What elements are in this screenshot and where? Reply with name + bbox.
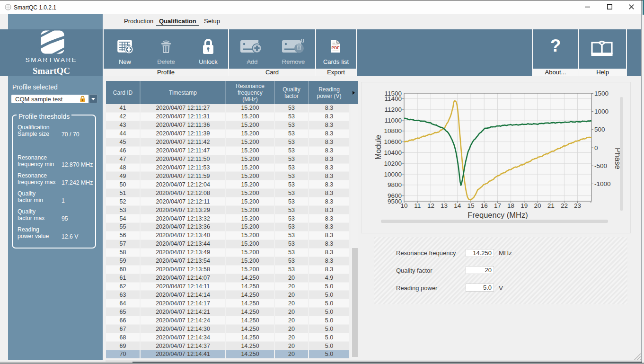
svg-text:10: 10: [400, 202, 407, 209]
svg-text:11400: 11400: [384, 95, 402, 102]
svg-text:12: 12: [427, 202, 434, 209]
svg-text:11000: 11000: [384, 117, 402, 124]
svg-text:PDF: PDF: [332, 45, 340, 50]
svg-text:22: 22: [561, 202, 568, 209]
svg-text:10400: 10400: [384, 149, 402, 156]
svg-text:-500: -500: [594, 162, 607, 169]
svg-text:500: 500: [594, 126, 605, 133]
svg-text:10200: 10200: [384, 160, 402, 167]
svg-text:0: 0: [594, 144, 598, 151]
svg-text:10800: 10800: [384, 127, 402, 134]
svg-text:21: 21: [547, 202, 555, 209]
svg-text:10000: 10000: [384, 171, 402, 178]
svg-text:9800: 9800: [388, 181, 402, 188]
svg-text:18: 18: [507, 202, 514, 209]
svg-text:Module: Module: [374, 135, 382, 160]
svg-text:11200: 11200: [384, 106, 402, 113]
svg-text:1500: 1500: [594, 90, 609, 97]
svg-text:11: 11: [414, 202, 421, 209]
svg-text:16: 16: [481, 202, 488, 209]
svg-text:15: 15: [467, 202, 474, 209]
svg-text:19: 19: [520, 202, 528, 209]
svg-text:1000: 1000: [594, 108, 609, 115]
svg-text:17: 17: [494, 202, 501, 209]
svg-text:10600: 10600: [384, 138, 402, 145]
svg-text:13: 13: [441, 202, 448, 209]
svg-text:9500: 9500: [388, 198, 402, 205]
svg-text:23: 23: [574, 202, 581, 209]
svg-text:-1000: -1000: [594, 180, 611, 187]
svg-text:20: 20: [534, 202, 541, 209]
svg-text:Frequency (MHz): Frequency (MHz): [468, 211, 528, 219]
svg-text:14: 14: [454, 202, 461, 209]
